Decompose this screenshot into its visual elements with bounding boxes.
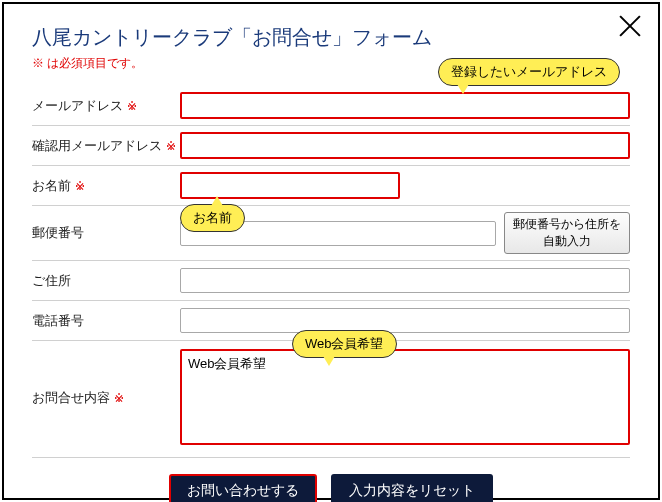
row-name: お名前 ※ (32, 166, 630, 206)
required-mark: ※ (114, 391, 124, 405)
content-textarea[interactable] (180, 349, 630, 445)
address-input[interactable] (180, 268, 630, 293)
label-name: お名前 ※ (32, 177, 180, 195)
submit-button[interactable]: お問い合わせする (169, 474, 317, 502)
phone-input[interactable] (180, 308, 630, 333)
label-address: ご住所 (32, 272, 180, 290)
label-phone: 電話番号 (32, 312, 180, 330)
close-icon[interactable] (616, 12, 644, 40)
form-title: 八尾カントリークラブ「お問合せ」フォーム (32, 24, 630, 51)
required-mark: ※ (166, 139, 176, 153)
row-address: ご住所 (32, 261, 630, 301)
required-mark: ※ (75, 179, 85, 193)
label-content: お問合せ内容 ※ (32, 349, 180, 407)
reset-button[interactable]: 入力内容をリセット (331, 474, 493, 502)
row-email-confirm: 確認用メールアドレス ※ (32, 126, 630, 166)
callout-content: Web会員希望 (292, 330, 397, 358)
row-zip: 郵便番号 郵便番号から住所を自動入力 (32, 206, 630, 261)
name-input[interactable] (180, 172, 400, 199)
label-email: メールアドレス ※ (32, 97, 180, 115)
label-email-confirm: 確認用メールアドレス ※ (32, 137, 180, 155)
row-email: メールアドレス ※ (32, 86, 630, 126)
label-zip: 郵便番号 (32, 224, 180, 242)
email-confirm-input[interactable] (180, 132, 630, 159)
contact-form-modal: 八尾カントリークラブ「お問合せ」フォーム ※ は必須項目です。 登録したいメール… (2, 2, 660, 500)
email-input[interactable] (180, 92, 630, 119)
form-actions: お問い合わせする 入力内容をリセット (32, 474, 630, 502)
callout-email: 登録したいメールアドレス (438, 58, 620, 86)
zip-auto-button[interactable]: 郵便番号から住所を自動入力 (504, 212, 630, 254)
form-area: 登録したいメールアドレス お名前 Web会員希望 メールアドレス ※ 確認用メー… (32, 86, 630, 458)
required-mark: ※ (127, 99, 137, 113)
callout-name: お名前 (180, 204, 245, 232)
